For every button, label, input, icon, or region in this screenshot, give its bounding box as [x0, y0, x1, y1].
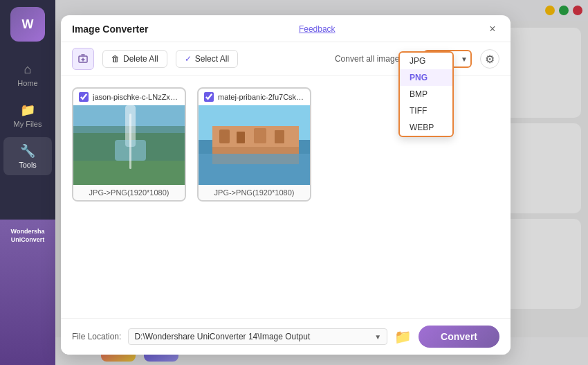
svg-rect-3 — [73, 126, 185, 161]
image-2-label: JPG->PNG(1920*1080) — [199, 185, 310, 200]
svg-rect-14 — [199, 154, 310, 185]
image-1-checkbox[interactable] — [79, 92, 89, 102]
check-icon: ✓ — [185, 54, 192, 64]
delete-all-button[interactable]: 🗑 Delete All — [102, 50, 167, 68]
add-image-button[interactable] — [72, 48, 94, 70]
dropdown-item-bmp[interactable]: BMP — [400, 86, 452, 103]
promo-card: WondershaUniConvert — [0, 220, 55, 365]
sidebar-item-tools[interactable]: 🔧 Tools — [3, 137, 52, 175]
svg-rect-5 — [115, 140, 146, 161]
svg-rect-10 — [219, 130, 230, 143]
tools-icon: 🔧 — [20, 143, 35, 159]
sidebar-item-label: My Files — [14, 120, 42, 128]
sidebar: W ⌂ Home 📁 My Files 🔧 Tools WondershaUni… — [0, 0, 55, 365]
image-1-thumbnail — [73, 105, 185, 185]
home-icon: ⌂ — [24, 62, 32, 77]
image-2-filename: matej-pribanic-2fu7CskIT... — [218, 93, 304, 101]
add-icon — [77, 53, 89, 64]
convert-button[interactable]: Convert — [419, 326, 499, 348]
file-path-value: D:\Wondershare UniConverter 14\Image Out… — [134, 332, 371, 341]
svg-rect-13 — [275, 130, 284, 143]
image-converter-dialog: Image Converter Feedback × 🗑 Delete All — [61, 15, 511, 355]
promo-title: WondershaUniConvert — [11, 228, 45, 244]
path-dropdown-arrow[interactable]: ▼ — [374, 333, 381, 341]
files-icon: 📁 — [20, 103, 35, 118]
sidebar-item-myfiles[interactable]: 📁 My Files — [3, 96, 52, 134]
dialog-title: Image Converter — [72, 24, 148, 35]
image-item-2: matej-pribanic-2fu7CskIT... — [197, 87, 311, 202]
file-location-label: File Location: — [72, 332, 121, 341]
select-all-label: Select All — [195, 54, 229, 64]
svg-rect-11 — [237, 132, 245, 143]
settings-button[interactable]: ⚙ — [480, 49, 499, 69]
dialog-header: Image Converter Feedback × — [61, 15, 511, 42]
dropdown-item-tiff[interactable]: TIFF — [400, 103, 452, 119]
svg-rect-12 — [254, 128, 266, 143]
image-1-header: jason-pischke-c-LNzZxJtZ... — [73, 89, 185, 105]
format-dropdown: JPG PNG BMP TIFF WEBP — [398, 51, 454, 137]
gear-icon: ⚙ — [485, 53, 495, 66]
dropdown-item-jpg[interactable]: JPG — [400, 53, 452, 69]
image-2-header: matej-pribanic-2fu7CskIT... — [199, 89, 310, 105]
image-2-thumbnail — [199, 105, 310, 185]
image-1-filename: jason-pischke-c-LNzZxJtZ... — [93, 93, 179, 101]
sidebar-item-home[interactable]: ⌂ Home — [3, 55, 52, 94]
image-item-1: jason-pischke-c-LNzZxJtZ... JPG->PNG(192… — [72, 87, 186, 202]
dialog-close-button[interactable]: × — [486, 22, 499, 36]
sidebar-item-label: Tools — [19, 161, 37, 169]
delete-icon: 🗑 — [111, 54, 120, 64]
image-2-checkbox[interactable] — [204, 92, 214, 102]
select-all-button[interactable]: ✓ Select All — [176, 50, 238, 68]
dropdown-item-png[interactable]: PNG — [400, 69, 452, 86]
image-1-label: JPG->PNG(1920*1080) — [73, 185, 185, 200]
dialog-bottom-bar: File Location: D:\Wondershare UniConvert… — [61, 318, 511, 355]
dropdown-item-webp[interactable]: WEBP — [400, 119, 452, 136]
sidebar-item-label: Home — [17, 79, 37, 87]
app-logo: W — [10, 7, 45, 42]
browse-folder-button[interactable]: 📁 — [394, 328, 412, 345]
dialog-overlay: Image Converter Feedback × 🗑 Delete All — [55, 0, 588, 365]
delete-all-label: Delete All — [123, 54, 158, 64]
feedback-link[interactable]: Feedback — [299, 24, 336, 34]
